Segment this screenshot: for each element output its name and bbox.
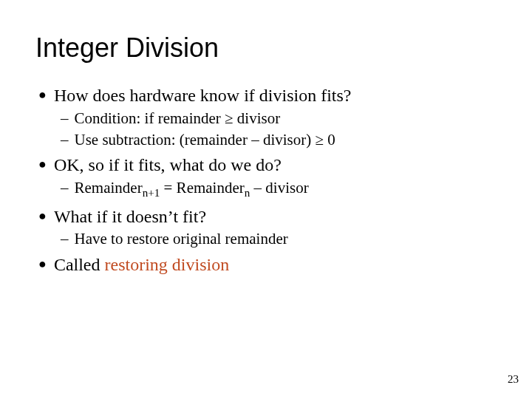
accent-text: restoring division xyxy=(105,255,230,274)
bullet-text: Use subtraction: (remainder – divisor) ≥… xyxy=(75,130,503,150)
bullet-level1: ● What if it doesn’t fit? xyxy=(38,205,502,228)
subscript: n+1 xyxy=(143,187,160,199)
bullet-text: How does hardware know if division fits? xyxy=(54,84,502,107)
bullet-dash-icon: – xyxy=(61,109,69,129)
bullet-dash-icon: – xyxy=(61,229,69,249)
bullet-dot-icon: ● xyxy=(38,205,47,226)
text-fragment: Called xyxy=(54,255,105,274)
bullet-level1: ● How does hardware know if division fit… xyxy=(38,84,502,107)
bullet-dot-icon: ● xyxy=(38,253,47,274)
bullet-text: Condition: if remainder ≥ divisor xyxy=(75,109,503,129)
bullet-text: Have to restore original remainder xyxy=(75,229,503,249)
bullet-level2: – Use subtraction: (remainder – divisor)… xyxy=(61,130,502,150)
text-fragment: – divisor xyxy=(250,179,308,197)
bullet-dash-icon: – xyxy=(61,130,69,150)
slide-content: ● How does hardware know if division fit… xyxy=(35,84,502,276)
slide-title: Integer Division xyxy=(35,33,502,64)
bullet-text: OK, so if it fits, what do we do? xyxy=(54,154,502,177)
bullet-dot-icon: ● xyxy=(38,84,47,105)
bullet-text: Called restoring division xyxy=(54,253,502,276)
slide-container: Integer Division ● How does hardware kno… xyxy=(0,0,532,276)
bullet-level1: ● Called restoring division xyxy=(38,253,502,276)
bullet-level2: – Have to restore original remainder xyxy=(61,229,502,249)
page-number: 23 xyxy=(508,373,519,386)
bullet-text: What if it doesn’t fit? xyxy=(54,205,502,228)
bullet-dot-icon: ● xyxy=(38,154,47,174)
bullet-level2: – Condition: if remainder ≥ divisor xyxy=(61,109,502,129)
bullet-level2: – Remaindern+1 = Remaindern – divisor xyxy=(61,178,502,201)
bullet-level1: ● OK, so if it fits, what do we do? xyxy=(38,154,502,177)
bullet-text: Remaindern+1 = Remaindern – divisor xyxy=(75,178,503,201)
bullet-dash-icon: – xyxy=(61,178,69,198)
text-fragment: = Remainder xyxy=(160,179,244,197)
text-fragment: Remainder xyxy=(75,179,143,197)
